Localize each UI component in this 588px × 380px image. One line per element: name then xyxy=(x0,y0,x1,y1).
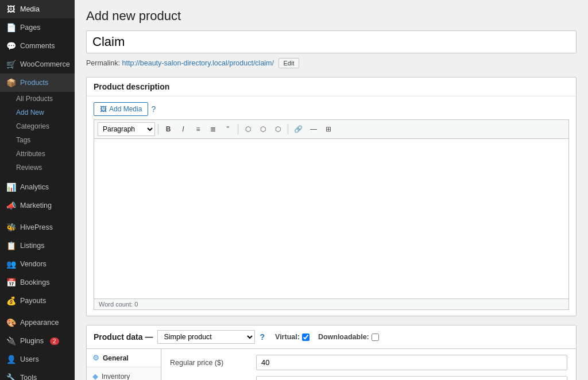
product-description-box: Product description 🖼 Add Media ? Paragr… xyxy=(86,77,577,316)
sidebar-item-bookings[interactable]: 📅 Bookings xyxy=(0,273,75,292)
align-right-button[interactable]: ⬡ xyxy=(271,122,285,136)
permalink-link[interactable]: http://beauty-salon-directory.local/prod… xyxy=(122,59,274,67)
description-box-header: Product description xyxy=(87,77,576,96)
sidebar-item-label: Listings xyxy=(20,242,44,250)
insert-link-button[interactable]: 🔗 xyxy=(291,122,305,136)
product-type-select[interactable]: Simple product Grouped product External/… xyxy=(157,330,255,344)
plugins-badge: 2 xyxy=(50,338,59,345)
woocommerce-icon: 🛒 xyxy=(6,60,16,69)
product-data-tabs: ⚙ General ◆ Inventory 🔗 Linked Products xyxy=(87,349,161,380)
sidebar-item-label: Media xyxy=(20,5,40,13)
product-data-header: Product data — Simple product Grouped pr… xyxy=(87,325,576,349)
editor-help-icon[interactable]: ? xyxy=(151,104,156,114)
sidebar-sub-tags[interactable]: Tags xyxy=(0,133,75,147)
sidebar-item-label: WooCommerce xyxy=(20,60,70,68)
virtual-text: Virtual: xyxy=(275,333,300,341)
product-data-body: ⚙ General ◆ Inventory 🔗 Linked Products … xyxy=(87,349,576,380)
sidebar-item-comments[interactable]: 💬 Comments xyxy=(0,37,75,55)
product-data-title: Product data — xyxy=(94,332,153,342)
blockquote-button[interactable]: " xyxy=(221,122,235,136)
numbered-list-button[interactable]: ≣ xyxy=(206,122,220,136)
toolbar-sep-2 xyxy=(238,124,238,134)
inventory-tab-label: Inventory xyxy=(102,373,130,381)
sidebar-item-label: Marketing xyxy=(20,201,52,210)
page-title: Add new product xyxy=(86,9,577,24)
sidebar-item-products[interactable]: 📦 Products xyxy=(0,73,75,92)
payouts-icon: 💰 xyxy=(6,296,16,305)
toolbar-sep-1 xyxy=(158,124,158,134)
sidebar-item-media[interactable]: 🖼 Media xyxy=(0,0,75,18)
sidebar-item-label: Tools xyxy=(20,374,37,380)
sidebar-item-vendors[interactable]: 👥 Vendors xyxy=(0,255,75,273)
main-content: Add new product Permalink: http://beauty… xyxy=(75,0,588,380)
sidebar-item-appearance[interactable]: 🎨 Appearance xyxy=(0,313,75,332)
bold-button[interactable]: B xyxy=(161,122,175,136)
sidebar-item-woocommerce[interactable]: 🛒 WooCommerce xyxy=(0,55,75,73)
sidebar-sub-add-new[interactable]: Add New xyxy=(0,106,75,119)
sidebar-item-label: Pages xyxy=(20,24,40,32)
bullet-list-button[interactable]: ≡ xyxy=(191,122,205,136)
add-media-button[interactable]: 🖼 Add Media xyxy=(94,102,148,116)
sidebar-sub-all-products[interactable]: All Products xyxy=(0,92,75,106)
paragraph-format-select[interactable]: Paragraph Heading 1 Heading 2 Heading 3 … xyxy=(98,122,155,136)
sidebar-item-label: Products xyxy=(20,79,48,87)
toolbar-sep-3 xyxy=(288,124,288,134)
product-title-input[interactable] xyxy=(86,30,577,53)
permalink-row: Permalink: http://beauty-salon-directory… xyxy=(86,58,577,68)
regular-price-label: Regular price ($) xyxy=(170,359,256,367)
bookings-icon: 📅 xyxy=(6,278,16,287)
downloadable-text: Downloadable: xyxy=(318,333,369,341)
sidebar-sub-attributes[interactable]: Attributes xyxy=(0,147,75,161)
italic-button[interactable]: I xyxy=(176,122,190,136)
appearance-icon: 🎨 xyxy=(6,318,16,327)
permalink-edit-button[interactable]: Edit xyxy=(278,58,300,68)
attributes-label: Attributes xyxy=(16,150,45,158)
downloadable-checkbox[interactable] xyxy=(372,334,379,341)
editor-content-area[interactable] xyxy=(94,138,569,299)
reviews-label: Reviews xyxy=(16,164,42,172)
insert-table-button[interactable]: ⊞ xyxy=(322,122,335,136)
virtual-checkbox[interactable] xyxy=(302,334,310,341)
product-data-box: Product data — Simple product Grouped pr… xyxy=(86,325,577,380)
virtual-label[interactable]: Virtual: xyxy=(275,333,310,341)
sidebar-item-listings[interactable]: 📋 Listings xyxy=(0,236,75,255)
sidebar-item-plugins[interactable]: 🔌 Plugins 2 xyxy=(0,332,75,350)
permalink-label: Permalink: xyxy=(86,59,120,67)
sidebar-item-payouts[interactable]: 💰 Payouts xyxy=(0,292,75,310)
product-data-help-icon[interactable]: ? xyxy=(260,332,265,342)
sidebar-item-label: Analytics xyxy=(20,183,49,191)
sidebar-item-users[interactable]: 👤 Users xyxy=(0,350,75,369)
content-area: Add new product Permalink: http://beauty… xyxy=(75,0,588,380)
sidebar-sub-categories[interactable]: Categories xyxy=(0,119,75,133)
sidebar-item-pages[interactable]: 📄 Pages xyxy=(0,18,75,37)
sidebar-sub-reviews[interactable]: Reviews xyxy=(0,161,75,175)
downloadable-label[interactable]: Downloadable: xyxy=(318,333,379,341)
tools-icon: 🔧 xyxy=(6,373,16,380)
align-left-button[interactable]: ⬡ xyxy=(241,122,255,136)
vendors-icon: 👥 xyxy=(6,259,16,269)
categories-label: Categories xyxy=(16,122,49,130)
pages-icon: 📄 xyxy=(6,23,16,32)
tab-general[interactable]: ⚙ General xyxy=(87,349,161,367)
tab-inventory[interactable]: ◆ Inventory xyxy=(87,367,161,380)
description-box-body: 🖼 Add Media ? Paragraph Heading 1 Headin… xyxy=(87,96,576,316)
users-icon: 👤 xyxy=(6,355,16,364)
sidebar-item-hivepress[interactable]: 🐝 HivePress xyxy=(0,218,75,236)
sale-price-row: Sale price ($) xyxy=(170,376,567,380)
listings-icon: 📋 xyxy=(6,241,16,250)
add-new-label: Add New xyxy=(16,108,44,117)
add-media-label: Add Media xyxy=(109,105,142,113)
horizontal-rule-button[interactable]: — xyxy=(307,122,320,136)
editor-toolbar-row: 🖼 Add Media ? xyxy=(94,102,569,116)
hivepress-icon: 🐝 xyxy=(6,223,16,232)
sidebar-item-marketing[interactable]: 📣 Marketing xyxy=(0,196,75,215)
sidebar-item-analytics[interactable]: 📊 Analytics xyxy=(0,178,75,196)
media-icon: 🖼 xyxy=(6,5,16,14)
product-data-panel-general: Regular price ($) Sale price ($) xyxy=(161,349,576,380)
align-center-button[interactable]: ⬡ xyxy=(256,122,270,136)
sale-price-input[interactable] xyxy=(256,376,567,380)
products-icon: 📦 xyxy=(6,78,16,87)
analytics-icon: 📊 xyxy=(6,183,16,192)
regular-price-input[interactable] xyxy=(256,355,567,370)
sidebar-item-tools[interactable]: 🔧 Tools xyxy=(0,369,75,380)
